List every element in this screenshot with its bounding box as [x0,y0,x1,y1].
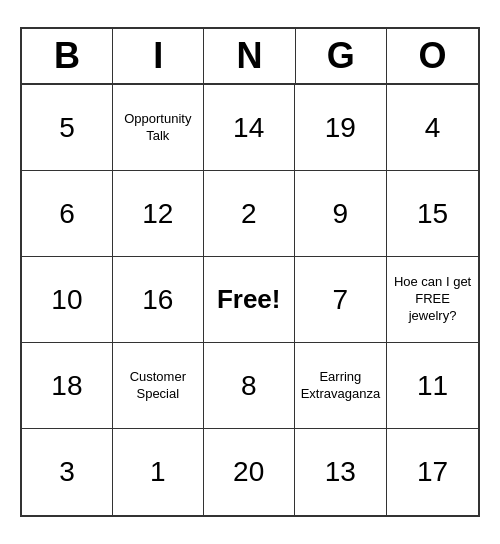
bingo-cell: 5 [22,85,113,171]
bingo-grid: 5Opportunity Talk1419461229151016Free!7H… [22,85,478,515]
bingo-cell: 1 [113,429,204,515]
bingo-cell: 14 [204,85,295,171]
header-letter: N [204,29,295,83]
header-letter: G [296,29,387,83]
bingo-cell: 20 [204,429,295,515]
bingo-cell: 6 [22,171,113,257]
bingo-cell: 2 [204,171,295,257]
bingo-cell: 13 [295,429,388,515]
bingo-cell: 3 [22,429,113,515]
bingo-cell: 9 [295,171,388,257]
bingo-cell: 19 [295,85,388,171]
bingo-cell: 12 [113,171,204,257]
bingo-cell: Customer Special [113,343,204,429]
bingo-cell: 7 [295,257,388,343]
bingo-cell: Opportunity Talk [113,85,204,171]
bingo-card: BINGO 5Opportunity Talk1419461229151016F… [20,27,480,517]
bingo-cell: 11 [387,343,478,429]
bingo-cell: 10 [22,257,113,343]
bingo-cell: 17 [387,429,478,515]
bingo-cell: Hoe can I get FREE jewelry? [387,257,478,343]
bingo-cell: 4 [387,85,478,171]
header-letter: B [22,29,113,83]
bingo-cell: 15 [387,171,478,257]
bingo-cell: 8 [204,343,295,429]
bingo-cell: Earring Extravaganza [295,343,388,429]
bingo-cell: 16 [113,257,204,343]
bingo-cell: 18 [22,343,113,429]
header-letter: O [387,29,478,83]
bingo-header: BINGO [22,29,478,85]
bingo-cell: Free! [204,257,295,343]
header-letter: I [113,29,204,83]
